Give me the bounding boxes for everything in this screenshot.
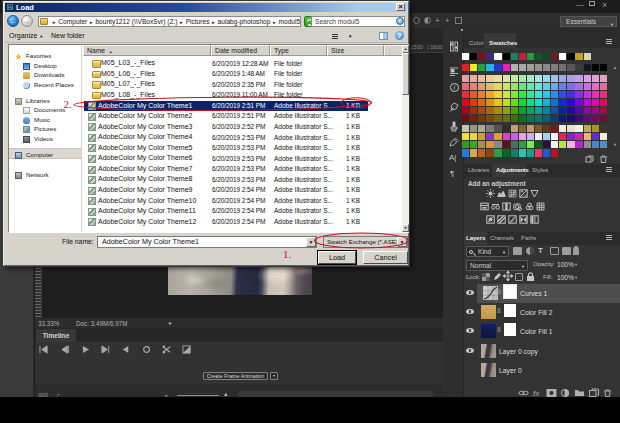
svg-text:fx: fx [533, 389, 540, 398]
